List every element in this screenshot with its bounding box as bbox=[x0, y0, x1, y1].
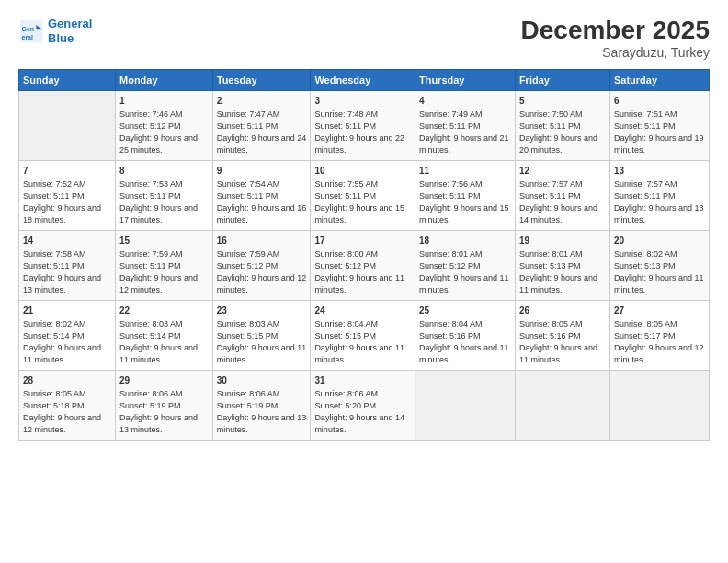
calendar-cell: 18Sunrise: 8:01 AMSunset: 5:12 PMDayligh… bbox=[415, 230, 515, 300]
day-number: 14 bbox=[23, 235, 111, 248]
calendar-week-row: 1Sunrise: 7:46 AMSunset: 5:12 PMDaylight… bbox=[19, 90, 710, 160]
calendar-cell: 9Sunrise: 7:54 AMSunset: 5:11 PMDaylight… bbox=[212, 160, 311, 230]
calendar-cell: 26Sunrise: 8:05 AMSunset: 5:16 PMDayligh… bbox=[515, 300, 609, 370]
day-number: 23 bbox=[217, 304, 307, 318]
calendar-cell: 2Sunrise: 7:47 AMSunset: 5:11 PMDaylight… bbox=[212, 90, 311, 160]
calendar-table: SundayMondayTuesdayWednesdayThursdayFrid… bbox=[18, 69, 710, 441]
calendar-cell: 20Sunrise: 8:02 AMSunset: 5:13 PMDayligh… bbox=[609, 230, 709, 300]
day-number: 22 bbox=[119, 304, 209, 318]
day-number: 20 bbox=[614, 235, 705, 248]
calendar-cell: 24Sunrise: 8:04 AMSunset: 5:15 PMDayligh… bbox=[311, 300, 415, 370]
day-header: Monday bbox=[116, 69, 213, 90]
day-number: 1 bbox=[119, 95, 209, 109]
calendar-cell: 29Sunrise: 8:06 AMSunset: 5:19 PMDayligh… bbox=[116, 370, 213, 440]
calendar-cell: 23Sunrise: 8:03 AMSunset: 5:15 PMDayligh… bbox=[212, 300, 311, 370]
calendar-cell: 15Sunrise: 7:59 AMSunset: 5:11 PMDayligh… bbox=[116, 230, 213, 300]
logo-line1: General bbox=[48, 17, 92, 30]
logo-line2: Blue bbox=[48, 31, 74, 45]
day-number: 30 bbox=[217, 374, 307, 388]
calendar-cell: 10Sunrise: 7:55 AMSunset: 5:11 PMDayligh… bbox=[311, 160, 415, 230]
calendar-cell: 25Sunrise: 8:04 AMSunset: 5:16 PMDayligh… bbox=[415, 300, 515, 370]
day-header: Tuesday bbox=[212, 69, 311, 90]
calendar-cell: 8Sunrise: 7:53 AMSunset: 5:11 PMDaylight… bbox=[116, 160, 213, 230]
location: Sarayduzu, Turkey bbox=[521, 45, 710, 60]
day-header: Friday bbox=[515, 69, 609, 90]
logo-text: General Blue bbox=[48, 17, 92, 45]
day-header: Sunday bbox=[19, 69, 116, 90]
calendar-cell: 13Sunrise: 7:57 AMSunset: 5:11 PMDayligh… bbox=[609, 160, 709, 230]
calendar-cell: 1Sunrise: 7:46 AMSunset: 5:12 PMDaylight… bbox=[116, 90, 213, 160]
calendar-cell: 12Sunrise: 7:57 AMSunset: 5:11 PMDayligh… bbox=[515, 160, 609, 230]
calendar-cell bbox=[19, 90, 116, 160]
calendar-cell bbox=[415, 370, 515, 440]
header: Gen eral General Blue December 2025 Sara… bbox=[18, 17, 710, 60]
calendar-cell: 11Sunrise: 7:56 AMSunset: 5:11 PMDayligh… bbox=[415, 160, 515, 230]
day-number: 18 bbox=[419, 235, 511, 248]
day-number: 26 bbox=[519, 304, 606, 318]
month-year: December 2025 bbox=[521, 17, 710, 45]
logo-icon: Gen eral bbox=[18, 18, 44, 44]
svg-text:Gen: Gen bbox=[22, 26, 35, 32]
calendar-week-row: 21Sunrise: 8:02 AMSunset: 5:14 PMDayligh… bbox=[19, 300, 710, 370]
day-number: 2 bbox=[217, 95, 307, 109]
calendar-cell: 7Sunrise: 7:52 AMSunset: 5:11 PMDaylight… bbox=[19, 160, 116, 230]
day-number: 17 bbox=[314, 235, 411, 248]
calendar-cell: 28Sunrise: 8:05 AMSunset: 5:18 PMDayligh… bbox=[19, 370, 116, 440]
calendar-cell: 16Sunrise: 7:59 AMSunset: 5:12 PMDayligh… bbox=[212, 230, 311, 300]
day-number: 25 bbox=[419, 304, 511, 318]
day-number: 8 bbox=[119, 165, 209, 178]
calendar-cell: 31Sunrise: 8:06 AMSunset: 5:20 PMDayligh… bbox=[311, 370, 415, 440]
logo: Gen eral General Blue bbox=[18, 17, 92, 45]
day-number: 5 bbox=[519, 95, 606, 109]
calendar-week-row: 28Sunrise: 8:05 AMSunset: 5:18 PMDayligh… bbox=[19, 370, 710, 440]
page: Gen eral General Blue December 2025 Sara… bbox=[0, 0, 728, 563]
day-number: 10 bbox=[314, 165, 411, 178]
calendar-week-row: 14Sunrise: 7:58 AMSunset: 5:11 PMDayligh… bbox=[19, 230, 710, 300]
day-number: 28 bbox=[23, 374, 111, 388]
day-number: 29 bbox=[119, 374, 209, 388]
day-number: 13 bbox=[614, 165, 705, 178]
calendar-cell bbox=[609, 370, 709, 440]
calendar-cell: 6Sunrise: 7:51 AMSunset: 5:11 PMDaylight… bbox=[609, 90, 709, 160]
title-block: December 2025 Sarayduzu, Turkey bbox=[521, 17, 710, 60]
day-number: 24 bbox=[314, 304, 411, 318]
calendar-cell bbox=[515, 370, 609, 440]
header-row: SundayMondayTuesdayWednesdayThursdayFrid… bbox=[19, 69, 710, 90]
calendar-cell: 27Sunrise: 8:05 AMSunset: 5:17 PMDayligh… bbox=[609, 300, 709, 370]
day-number: 31 bbox=[314, 374, 411, 388]
calendar-cell: 17Sunrise: 8:00 AMSunset: 5:12 PMDayligh… bbox=[311, 230, 415, 300]
calendar-cell: 3Sunrise: 7:48 AMSunset: 5:11 PMDaylight… bbox=[311, 90, 415, 160]
day-header: Saturday bbox=[609, 69, 709, 90]
day-header: Wednesday bbox=[311, 69, 415, 90]
day-number: 6 bbox=[614, 95, 705, 109]
day-number: 27 bbox=[614, 304, 705, 318]
calendar-cell: 22Sunrise: 8:03 AMSunset: 5:14 PMDayligh… bbox=[116, 300, 213, 370]
svg-text:eral: eral bbox=[22, 33, 34, 40]
calendar-cell: 5Sunrise: 7:50 AMSunset: 5:11 PMDaylight… bbox=[515, 90, 609, 160]
day-number: 7 bbox=[23, 165, 111, 178]
calendar-cell: 4Sunrise: 7:49 AMSunset: 5:11 PMDaylight… bbox=[415, 90, 515, 160]
day-number: 3 bbox=[314, 95, 411, 109]
calendar-cell: 14Sunrise: 7:58 AMSunset: 5:11 PMDayligh… bbox=[19, 230, 116, 300]
day-number: 16 bbox=[217, 235, 307, 248]
day-number: 9 bbox=[217, 165, 307, 178]
day-number: 4 bbox=[419, 95, 511, 109]
calendar-cell: 30Sunrise: 8:06 AMSunset: 5:19 PMDayligh… bbox=[212, 370, 311, 440]
day-number: 21 bbox=[23, 304, 111, 318]
calendar-week-row: 7Sunrise: 7:52 AMSunset: 5:11 PMDaylight… bbox=[19, 160, 710, 230]
calendar-cell: 19Sunrise: 8:01 AMSunset: 5:13 PMDayligh… bbox=[515, 230, 609, 300]
day-number: 11 bbox=[419, 165, 511, 178]
calendar-cell: 21Sunrise: 8:02 AMSunset: 5:14 PMDayligh… bbox=[19, 300, 116, 370]
day-header: Thursday bbox=[415, 69, 515, 90]
day-number: 12 bbox=[519, 165, 606, 178]
day-number: 15 bbox=[119, 235, 209, 248]
day-number: 19 bbox=[519, 235, 606, 248]
